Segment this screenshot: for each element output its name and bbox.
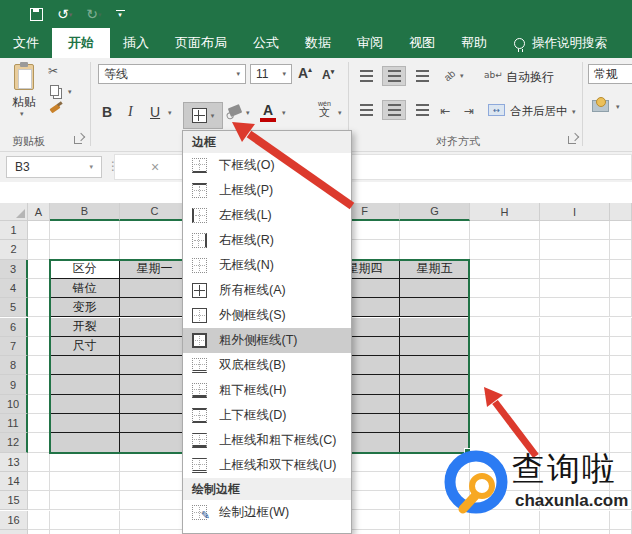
row-header-7[interactable]: 7 [0, 337, 28, 356]
cell-A13[interactable] [28, 453, 50, 472]
cell-A10[interactable] [28, 395, 50, 414]
cell-A8[interactable] [28, 356, 50, 375]
cell-I11[interactable] [540, 414, 610, 433]
row-header-3[interactable]: 3 [0, 260, 28, 279]
tab-insert[interactable]: 插入 [110, 28, 162, 58]
font-size-combo[interactable]: 11 ▾ [250, 64, 292, 84]
select-all-corner[interactable] [0, 203, 28, 221]
menu-item-left-border[interactable]: 左框线(L) [183, 203, 351, 228]
phonetic-dropdown-icon[interactable]: ▾ [338, 109, 342, 117]
merge-center-dropdown-icon[interactable]: ▾ [572, 108, 576, 116]
cell-B15[interactable] [50, 491, 120, 510]
row-header-11[interactable]: 11 [0, 414, 28, 433]
orientation-dropdown-icon[interactable]: ▾ [460, 72, 464, 80]
tab-formulas[interactable]: 公式 [240, 28, 292, 58]
copy-icon[interactable] [50, 85, 59, 96]
cell-B13[interactable] [50, 453, 120, 472]
cell-C2[interactable] [120, 240, 190, 259]
cell-1[interactable] [610, 221, 632, 240]
cell-C16[interactable] [120, 511, 190, 530]
name-box-dropdown-icon[interactable]: ▾ [89, 163, 93, 171]
cell-C11[interactable] [120, 414, 190, 433]
alignment-dialog-launcher-icon[interactable] [568, 134, 578, 144]
accounting-dropdown-icon[interactable]: ▾ [616, 103, 620, 111]
cell-H4[interactable] [470, 279, 540, 298]
underline-button[interactable]: U [150, 104, 160, 120]
underline-dropdown-icon[interactable]: ▾ [168, 109, 172, 117]
undo-button[interactable]: ↺▾ [57, 7, 72, 21]
cell-I9[interactable] [540, 375, 610, 394]
menu-item-no-border[interactable]: 无框线(N) [183, 253, 351, 278]
menu-item-top-and-thick-bottom-border[interactable]: 上框线和粗下框线(C) [183, 428, 351, 453]
menu-item-outside-borders[interactable]: 外侧框线(S) [183, 303, 351, 328]
column-header-A[interactable]: A [28, 203, 50, 221]
cell-I6[interactable] [540, 318, 610, 337]
cell-C1[interactable] [120, 221, 190, 240]
cut-icon[interactable]: ✂ [48, 64, 58, 78]
cell-C13[interactable] [120, 453, 190, 472]
cell-B14[interactable] [50, 472, 120, 491]
align-right-button[interactable] [410, 100, 434, 120]
row-header-1[interactable]: 1 [0, 221, 28, 240]
italic-button[interactable]: I [128, 104, 133, 120]
cell-H10[interactable] [470, 395, 540, 414]
borders-dropdown-icon[interactable]: ▾ [211, 112, 215, 120]
tab-data[interactable]: 数据 [292, 28, 344, 58]
cell-C6[interactable] [120, 318, 190, 337]
cell-C15[interactable] [120, 491, 190, 510]
font-size-dropdown-icon[interactable]: ▾ [282, 70, 286, 78]
row-header-14[interactable]: 14 [0, 472, 28, 491]
tab-view[interactable]: 视图 [396, 28, 448, 58]
cell-C5[interactable] [120, 298, 190, 317]
cell-C8[interactable] [120, 356, 190, 375]
cell-G3[interactable]: 星期五 [400, 260, 470, 279]
menu-item-top-and-bottom-border[interactable]: 上下框线(D) [183, 403, 351, 428]
row-header-6[interactable]: 6 [0, 318, 28, 337]
cell-H3[interactable] [470, 260, 540, 279]
cell-B6[interactable]: 开裂 [50, 318, 120, 337]
cell-A12[interactable] [28, 433, 50, 452]
cell-B11[interactable] [50, 414, 120, 433]
tell-me-search[interactable]: 操作说明搜索 [514, 28, 607, 58]
cell-I8[interactable] [540, 356, 610, 375]
clipboard-dialog-launcher-icon[interactable] [74, 134, 84, 144]
menu-item-bottom-double-border[interactable]: 双底框线(B) [183, 353, 351, 378]
row-header-2[interactable]: 2 [0, 240, 28, 259]
cell-B16[interactable] [50, 511, 120, 530]
cell-A2[interactable] [28, 240, 50, 259]
menu-item-top-and-double-bottom-border[interactable]: 上框线和双下框线(U) [183, 453, 351, 478]
font-name-dropdown-icon[interactable]: ▾ [236, 70, 240, 78]
fill-color-icon[interactable] [228, 104, 242, 117]
cell-B2[interactable] [50, 240, 120, 259]
cell-H7[interactable] [470, 337, 540, 356]
tab-home[interactable]: 开始 [52, 28, 110, 58]
font-name-combo[interactable]: 等线 ▾ [98, 64, 246, 84]
phonetic-guide-button[interactable]: wén文 [318, 100, 331, 118]
cell-10[interactable] [610, 395, 632, 414]
cell-H11[interactable] [470, 414, 540, 433]
align-center-button[interactable] [382, 100, 406, 120]
cell-I10[interactable] [540, 395, 610, 414]
font-color-button[interactable]: A [260, 102, 276, 122]
cell-A3[interactable] [28, 260, 50, 279]
cancel-icon[interactable]: × [151, 159, 159, 175]
row-header-17[interactable]: 17 [0, 530, 28, 534]
cell-G11[interactable] [400, 414, 470, 433]
menu-item-draw-border[interactable]: ✎绘制边框(W) [183, 500, 351, 525]
cell-B10[interactable] [50, 395, 120, 414]
row-header-12[interactable]: 12 [0, 433, 28, 452]
decrease-indent-icon[interactable]: ⇤ [440, 104, 450, 118]
cell-G7[interactable] [400, 337, 470, 356]
cell-6[interactable] [610, 318, 632, 337]
save-icon[interactable] [30, 8, 43, 21]
cell-H8[interactable] [470, 356, 540, 375]
row-header-4[interactable]: 4 [0, 279, 28, 298]
merge-center-button[interactable]: 合并后居中 [510, 104, 568, 119]
cell-B12[interactable] [50, 433, 120, 452]
cell-A14[interactable] [28, 472, 50, 491]
cell-H9[interactable] [470, 375, 540, 394]
cell-A11[interactable] [28, 414, 50, 433]
cell-C9[interactable] [120, 375, 190, 394]
row-header-9[interactable]: 9 [0, 375, 28, 394]
cell-I7[interactable] [540, 337, 610, 356]
